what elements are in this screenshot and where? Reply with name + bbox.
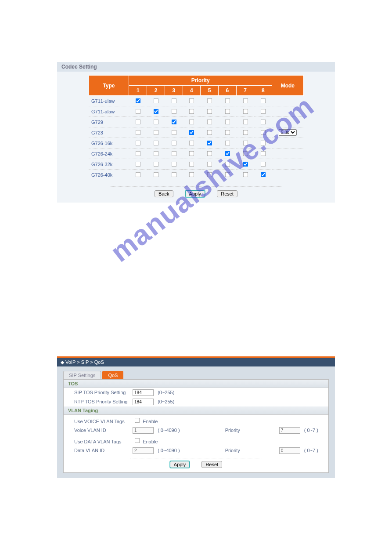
codec-priority-checkbox[interactable]	[189, 130, 194, 135]
codec-priority-checkbox[interactable]	[243, 151, 248, 156]
back-button[interactable]: Back	[155, 190, 173, 197]
tab-sip-settings[interactable]: SIP Settings	[63, 371, 101, 379]
voice-priority-input[interactable]	[279, 427, 300, 434]
codec-priority-checkbox[interactable]	[171, 172, 176, 178]
sip-tos-label: SIP TOS Priority Setting	[74, 390, 131, 395]
qos-inner-panel: TOS SIP TOS Priority Setting (0~255) RTP…	[63, 379, 329, 473]
codec-priority-checkbox[interactable]	[136, 162, 141, 167]
codec-priority-checkbox[interactable]	[154, 109, 159, 114]
voice-vlan-id-input[interactable]	[133, 427, 154, 434]
vlan-section-header: VLAN Taging	[64, 406, 328, 415]
reset-button[interactable]: Reset	[217, 190, 237, 197]
codec-priority-checkbox[interactable]	[171, 162, 176, 167]
rtp-tos-input[interactable]	[133, 399, 154, 405]
codec-priority-checkbox[interactable]	[189, 162, 194, 167]
codec-priority-checkbox[interactable]	[243, 130, 248, 135]
codec-priority-checkbox[interactable]	[261, 141, 266, 146]
codec-priority-checkbox[interactable]	[243, 162, 248, 167]
codec-priority-checkbox[interactable]	[261, 162, 266, 167]
use-voice-vlan-checkbox[interactable]	[135, 418, 140, 423]
codec-priority-checkbox[interactable]	[225, 162, 230, 167]
codec-priority-checkbox[interactable]	[261, 151, 266, 156]
codec-priority-checkbox[interactable]	[154, 172, 159, 178]
codec-priority-checkbox[interactable]	[189, 109, 194, 114]
codec-priority-checkbox[interactable]	[261, 98, 266, 104]
codec-priority-checkbox[interactable]	[154, 98, 159, 104]
codec-priority-checkbox[interactable]	[261, 172, 266, 178]
codec-priority-checkbox[interactable]	[207, 130, 212, 135]
use-voice-vlan-label: Use VOICE VLAN Tags	[74, 419, 131, 424]
codec-col-priority-6: 6	[219, 86, 237, 96]
codec-col-type: Type	[89, 76, 129, 96]
codec-priority-checkbox[interactable]	[225, 120, 230, 125]
codec-priority-checkbox[interactable]	[189, 120, 194, 125]
codec-priority-checkbox[interactable]	[225, 130, 230, 135]
codec-priority-checkbox[interactable]	[207, 172, 212, 178]
codec-mode-select[interactable]: 5.3k	[279, 129, 297, 136]
sip-tos-input[interactable]	[133, 389, 154, 396]
codec-priority-checkbox[interactable]	[189, 172, 194, 178]
codec-priority-checkbox[interactable]	[189, 151, 194, 156]
codec-priority-checkbox[interactable]	[225, 98, 230, 104]
codec-priority-checkbox[interactable]	[136, 109, 141, 114]
codec-priority-checkbox[interactable]	[243, 120, 248, 125]
qos-reset-button[interactable]: Reset	[201, 461, 222, 468]
codec-priority-checkbox[interactable]	[171, 141, 176, 146]
qos-panel: ◆ VoIP > SIP > QoS SIP Settings QoS TOS …	[57, 356, 335, 478]
sip-tos-range: (0~255)	[158, 390, 174, 395]
codec-priority-checkbox[interactable]	[243, 98, 248, 104]
codec-priority-checkbox[interactable]	[207, 162, 212, 167]
codec-priority-checkbox[interactable]	[154, 151, 159, 156]
codec-type-label: G726-24k	[89, 149, 129, 159]
codec-priority-checkbox[interactable]	[207, 151, 212, 156]
codec-col-priority-8: 8	[254, 86, 272, 96]
data-priority-input[interactable]	[279, 447, 300, 454]
codec-type-label: G726-40k	[89, 170, 129, 180]
data-vlan-id-label: Data VLAN ID	[74, 448, 131, 453]
codec-priority-checkbox[interactable]	[207, 109, 212, 114]
voice-vlan-id-label: Voice VLAN ID	[74, 428, 131, 433]
codec-priority-checkbox[interactable]	[171, 130, 176, 135]
data-vlan-id-range: ( 0~4090 )	[158, 448, 180, 453]
codec-priority-checkbox[interactable]	[171, 151, 176, 156]
codec-priority-checkbox[interactable]	[225, 141, 230, 146]
codec-priority-checkbox[interactable]	[243, 172, 248, 178]
codec-priority-checkbox[interactable]	[171, 98, 176, 104]
codec-priority-checkbox[interactable]	[225, 172, 230, 178]
codec-col-priority-5: 5	[201, 86, 219, 96]
codec-priority-checkbox[interactable]	[243, 141, 248, 146]
use-data-vlan-checkbox[interactable]	[135, 438, 140, 443]
codec-type-label: G711-alaw	[89, 106, 129, 117]
codec-priority-checkbox[interactable]	[189, 141, 194, 146]
codec-priority-checkbox[interactable]	[225, 151, 230, 156]
tab-qos[interactable]: QoS	[102, 371, 123, 379]
codec-priority-checkbox[interactable]	[171, 109, 176, 114]
tab-bar: SIP Settings QoS	[63, 371, 329, 379]
codec-priority-checkbox[interactable]	[154, 141, 159, 146]
codec-type-label: G726-16k	[89, 138, 129, 149]
codec-priority-checkbox[interactable]	[154, 162, 159, 167]
codec-priority-checkbox[interactable]	[261, 109, 266, 114]
codec-priority-checkbox[interactable]	[136, 98, 141, 104]
apply-button[interactable]: Apply	[185, 190, 205, 197]
codec-priority-checkbox[interactable]	[154, 130, 159, 135]
codec-priority-checkbox[interactable]	[136, 130, 141, 135]
codec-priority-checkbox[interactable]	[225, 109, 230, 114]
codec-priority-checkbox[interactable]	[189, 98, 194, 104]
codec-priority-checkbox[interactable]	[261, 120, 266, 125]
codec-priority-checkbox[interactable]	[261, 130, 266, 135]
codec-priority-checkbox[interactable]	[171, 120, 176, 125]
qos-apply-button[interactable]: Apply	[170, 461, 190, 468]
codec-priority-checkbox[interactable]	[207, 141, 212, 146]
codec-priority-checkbox[interactable]	[243, 109, 248, 114]
codec-priority-checkbox[interactable]	[136, 120, 141, 125]
codec-priority-checkbox[interactable]	[136, 151, 141, 156]
codec-priority-checkbox[interactable]	[154, 120, 159, 125]
codec-priority-checkbox[interactable]	[207, 98, 212, 104]
voice-vlan-id-row: Voice VLAN ID ( 0~4090 ) Priority ( 0~7 …	[64, 426, 328, 435]
voice-priority-range: ( 0~7 )	[304, 428, 318, 433]
codec-priority-checkbox[interactable]	[136, 172, 141, 178]
data-vlan-id-input[interactable]	[133, 447, 154, 454]
codec-priority-checkbox[interactable]	[207, 120, 212, 125]
codec-priority-checkbox[interactable]	[136, 141, 141, 146]
